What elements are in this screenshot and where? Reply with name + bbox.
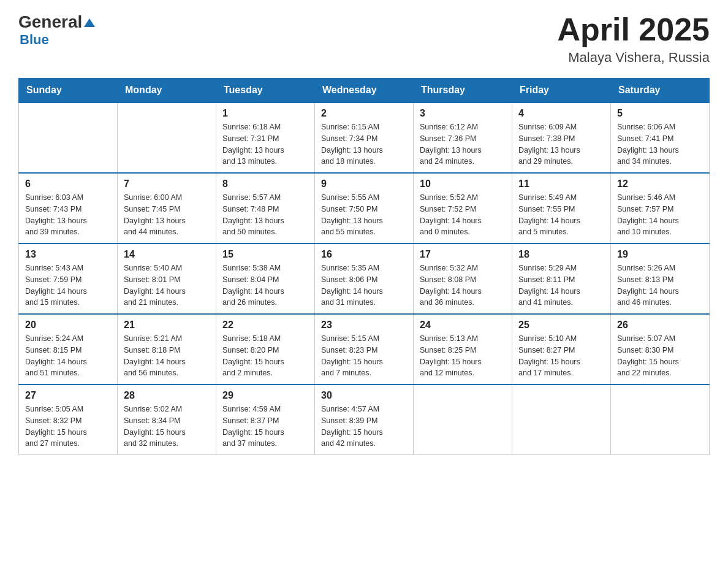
day-info: Sunrise: 6:18 AMSunset: 7:31 PMDaylight:…	[222, 121, 308, 167]
calendar-header: SundayMondayTuesdayWednesdayThursdayFrid…	[19, 79, 710, 103]
calendar-cell: 8Sunrise: 5:57 AMSunset: 7:48 PMDaylight…	[216, 173, 315, 243]
day-number: 1	[222, 108, 308, 119]
calendar-cell: 7Sunrise: 6:00 AMSunset: 7:45 PMDaylight…	[118, 173, 216, 243]
day-number: 2	[321, 108, 407, 119]
day-number: 30	[321, 390, 407, 401]
calendar-cell: 23Sunrise: 5:15 AMSunset: 8:23 PMDayligh…	[315, 314, 414, 385]
day-number: 3	[420, 108, 506, 119]
calendar-week-row: 20Sunrise: 5:24 AMSunset: 8:15 PMDayligh…	[19, 314, 710, 385]
calendar-cell: 3Sunrise: 6:12 AMSunset: 7:36 PMDaylight…	[414, 102, 512, 173]
calendar-cell: 6Sunrise: 6:03 AMSunset: 7:43 PMDaylight…	[19, 173, 118, 243]
calendar-cell: 15Sunrise: 5:38 AMSunset: 8:04 PMDayligh…	[216, 243, 315, 314]
day-info: Sunrise: 5:38 AMSunset: 8:04 PMDaylight:…	[222, 262, 308, 308]
day-info: Sunrise: 5:21 AMSunset: 8:18 PMDaylight:…	[124, 333, 210, 379]
calendar-day-header: Saturday	[611, 79, 710, 103]
calendar-day-header: Sunday	[19, 79, 118, 103]
calendar-day-header: Friday	[512, 79, 611, 103]
day-number: 26	[617, 320, 703, 331]
calendar-cell: 11Sunrise: 5:49 AMSunset: 7:55 PMDayligh…	[512, 173, 611, 243]
day-number: 15	[222, 249, 308, 260]
day-info: Sunrise: 5:24 AMSunset: 8:15 PMDaylight:…	[25, 333, 111, 379]
day-info: Sunrise: 6:12 AMSunset: 7:36 PMDaylight:…	[420, 121, 506, 167]
day-number: 29	[222, 390, 308, 401]
day-number: 21	[124, 320, 210, 331]
day-number: 9	[321, 178, 407, 190]
month-year-title: April 2025	[557, 12, 710, 47]
location-subtitle: Malaya Vishera, Russia	[557, 50, 710, 66]
calendar-cell: 16Sunrise: 5:35 AMSunset: 8:06 PMDayligh…	[315, 243, 414, 314]
day-info: Sunrise: 5:18 AMSunset: 8:20 PMDaylight:…	[222, 333, 308, 379]
day-info: Sunrise: 5:55 AMSunset: 7:50 PMDaylight:…	[321, 192, 407, 238]
logo-blue: Blue	[20, 32, 49, 47]
calendar-cell	[414, 385, 512, 455]
day-info: Sunrise: 5:35 AMSunset: 8:06 PMDaylight:…	[321, 262, 407, 308]
calendar-cell: 28Sunrise: 5:02 AMSunset: 8:34 PMDayligh…	[118, 385, 216, 455]
day-number: 4	[518, 108, 604, 119]
calendar-cell	[118, 102, 216, 173]
calendar-cell: 2Sunrise: 6:15 AMSunset: 7:34 PMDaylight…	[315, 102, 414, 173]
day-number: 22	[222, 320, 308, 331]
calendar-cell: 30Sunrise: 4:57 AMSunset: 8:39 PMDayligh…	[315, 385, 414, 455]
calendar-week-row: 27Sunrise: 5:05 AMSunset: 8:32 PMDayligh…	[19, 385, 710, 455]
calendar-cell	[611, 385, 710, 455]
calendar-cell	[512, 385, 611, 455]
calendar-day-header: Thursday	[414, 79, 512, 103]
day-number: 10	[420, 178, 506, 190]
logo: General Blue	[18, 12, 96, 48]
day-number: 24	[420, 320, 506, 331]
day-number: 19	[617, 249, 703, 260]
day-info: Sunrise: 4:59 AMSunset: 8:37 PMDaylight:…	[222, 404, 308, 450]
calendar-cell: 5Sunrise: 6:06 AMSunset: 7:41 PMDaylight…	[611, 102, 710, 173]
day-info: Sunrise: 5:57 AMSunset: 7:48 PMDaylight:…	[222, 192, 308, 238]
day-info: Sunrise: 4:57 AMSunset: 8:39 PMDaylight:…	[321, 404, 407, 450]
day-info: Sunrise: 5:02 AMSunset: 8:34 PMDaylight:…	[124, 404, 210, 450]
day-info: Sunrise: 5:40 AMSunset: 8:01 PMDaylight:…	[124, 262, 210, 308]
calendar-cell: 22Sunrise: 5:18 AMSunset: 8:20 PMDayligh…	[216, 314, 315, 385]
calendar-cell: 29Sunrise: 4:59 AMSunset: 8:37 PMDayligh…	[216, 385, 315, 455]
calendar-day-header: Tuesday	[216, 79, 315, 103]
logo-triangle-icon	[83, 16, 96, 29]
title-block: April 2025 Malaya Vishera, Russia	[557, 12, 710, 66]
day-info: Sunrise: 5:46 AMSunset: 7:57 PMDaylight:…	[617, 192, 703, 238]
day-number: 25	[518, 320, 604, 331]
day-number: 23	[321, 320, 407, 331]
calendar-cell: 21Sunrise: 5:21 AMSunset: 8:18 PMDayligh…	[118, 314, 216, 385]
day-number: 17	[420, 249, 506, 260]
day-info: Sunrise: 5:13 AMSunset: 8:25 PMDaylight:…	[420, 333, 506, 379]
calendar-cell: 19Sunrise: 5:26 AMSunset: 8:13 PMDayligh…	[611, 243, 710, 314]
day-info: Sunrise: 5:10 AMSunset: 8:27 PMDaylight:…	[518, 333, 604, 379]
calendar-cell: 10Sunrise: 5:52 AMSunset: 7:52 PMDayligh…	[414, 173, 512, 243]
day-number: 20	[25, 320, 111, 331]
calendar-cell: 1Sunrise: 6:18 AMSunset: 7:31 PMDaylight…	[216, 102, 315, 173]
day-info: Sunrise: 6:09 AMSunset: 7:38 PMDaylight:…	[518, 121, 604, 167]
calendar-cell: 26Sunrise: 5:07 AMSunset: 8:30 PMDayligh…	[611, 314, 710, 385]
day-number: 27	[25, 390, 111, 401]
calendar-day-header: Monday	[118, 79, 216, 103]
day-number: 12	[617, 178, 703, 190]
calendar-week-row: 1Sunrise: 6:18 AMSunset: 7:31 PMDaylight…	[19, 102, 710, 173]
day-info: Sunrise: 5:07 AMSunset: 8:30 PMDaylight:…	[617, 333, 703, 379]
day-number: 6	[25, 178, 111, 190]
calendar-week-row: 6Sunrise: 6:03 AMSunset: 7:43 PMDaylight…	[19, 173, 710, 243]
day-info: Sunrise: 6:06 AMSunset: 7:41 PMDaylight:…	[617, 121, 703, 167]
calendar-cell: 20Sunrise: 5:24 AMSunset: 8:15 PMDayligh…	[19, 314, 118, 385]
calendar-day-header: Wednesday	[315, 79, 414, 103]
calendar-cell: 18Sunrise: 5:29 AMSunset: 8:11 PMDayligh…	[512, 243, 611, 314]
day-number: 18	[518, 249, 604, 260]
calendar-cell: 9Sunrise: 5:55 AMSunset: 7:50 PMDaylight…	[315, 173, 414, 243]
day-number: 11	[518, 178, 604, 190]
calendar-table: SundayMondayTuesdayWednesdayThursdayFrid…	[18, 78, 710, 455]
calendar-cell	[19, 102, 118, 173]
day-info: Sunrise: 5:49 AMSunset: 7:55 PMDaylight:…	[518, 192, 604, 238]
calendar-cell: 4Sunrise: 6:09 AMSunset: 7:38 PMDaylight…	[512, 102, 611, 173]
day-number: 14	[124, 249, 210, 260]
day-info: Sunrise: 5:29 AMSunset: 8:11 PMDaylight:…	[518, 262, 604, 308]
logo-general: General	[18, 12, 82, 32]
day-number: 16	[321, 249, 407, 260]
day-info: Sunrise: 5:43 AMSunset: 7:59 PMDaylight:…	[25, 262, 111, 308]
day-info: Sunrise: 6:15 AMSunset: 7:34 PMDaylight:…	[321, 121, 407, 167]
calendar-cell: 17Sunrise: 5:32 AMSunset: 8:08 PMDayligh…	[414, 243, 512, 314]
calendar-cell: 25Sunrise: 5:10 AMSunset: 8:27 PMDayligh…	[512, 314, 611, 385]
day-number: 13	[25, 249, 111, 260]
day-info: Sunrise: 5:32 AMSunset: 8:08 PMDaylight:…	[420, 262, 506, 308]
